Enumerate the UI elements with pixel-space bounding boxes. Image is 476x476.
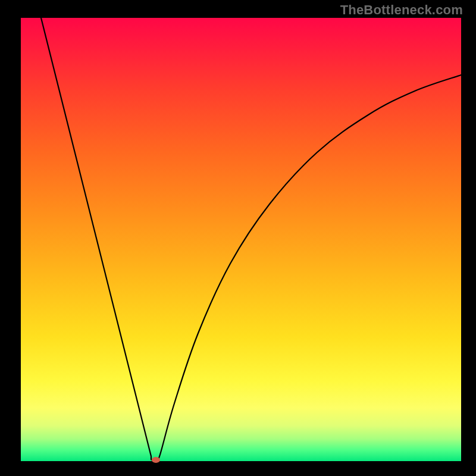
curve-svg <box>21 18 461 461</box>
plot-area <box>21 18 461 461</box>
minimum-marker-dot <box>152 457 160 463</box>
watermark-text: TheBottleneck.com <box>340 2 463 18</box>
curve-left-branch <box>41 18 153 461</box>
curve-right-branch <box>156 75 461 461</box>
chart-frame: TheBottleneck.com <box>0 0 476 476</box>
